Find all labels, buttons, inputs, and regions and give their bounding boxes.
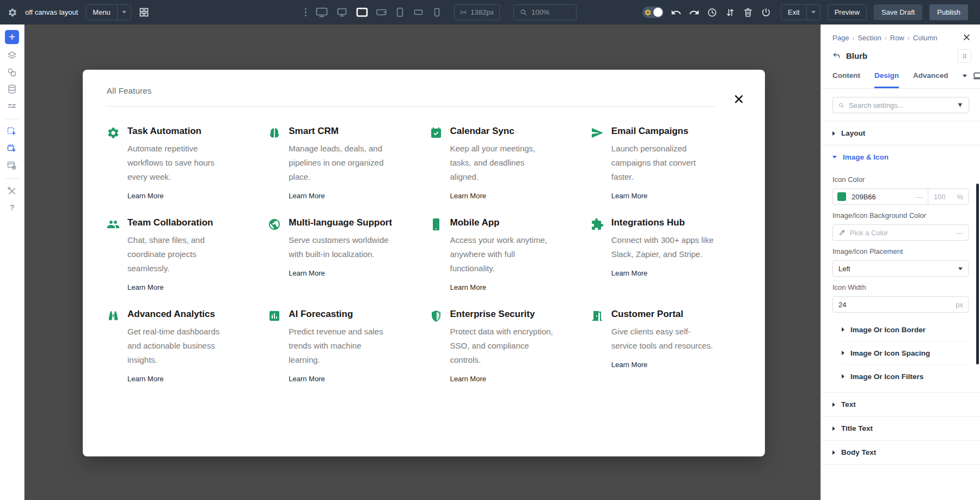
modal-close-icon[interactable] <box>733 94 744 105</box>
add-module-button[interactable]: + <box>5 30 19 44</box>
menu-dropdown[interactable]: Menu <box>85 4 131 20</box>
preview-label: Preview <box>828 8 866 16</box>
device-desktop-icon[interactable] <box>335 6 348 19</box>
viewport-width-value[interactable]: 1382px <box>470 8 494 16</box>
learn-more-link[interactable]: Learn More <box>611 192 647 200</box>
learn-more-link[interactable]: Learn More <box>611 269 647 277</box>
breadcrumb-row[interactable]: Row <box>890 34 904 42</box>
database-icon[interactable] <box>7 84 17 95</box>
learn-more-link[interactable]: Learn More <box>127 283 163 291</box>
feature-blurb: Enterprise Security Protect data with en… <box>430 309 580 383</box>
breadcrumb-column[interactable]: Column <box>913 34 938 42</box>
tools-icon[interactable] <box>7 186 17 197</box>
learn-more-link[interactable]: Learn More <box>450 375 486 383</box>
bg-color-input[interactable]: Pick a Color — <box>832 224 969 241</box>
power-icon[interactable] <box>761 7 771 18</box>
breadcrumb-page[interactable]: Page <box>832 34 849 42</box>
learn-more-link[interactable]: Learn More <box>289 375 324 383</box>
feature-title: Multi-language Support <box>289 217 393 228</box>
feature-description: Protect data with encryption, SSO, and c… <box>450 325 555 367</box>
color-swatch[interactable] <box>837 192 846 201</box>
tab-content[interactable]: Content <box>832 71 860 88</box>
redo-icon[interactable] <box>689 7 700 18</box>
icon-width-input[interactable]: 24 px <box>832 296 969 313</box>
zoom-value[interactable]: 100% <box>531 8 549 16</box>
device-phone-landscape-icon[interactable] <box>413 7 424 18</box>
learn-more-link[interactable]: Learn More <box>450 283 486 291</box>
door-icon <box>591 309 604 322</box>
feature-description: Connect with 300+ apps like Slack, Zapie… <box>611 233 716 261</box>
exit-caret-icon[interactable] <box>806 5 820 20</box>
color-reset[interactable]: — <box>915 193 922 201</box>
portability-arrows-icon[interactable] <box>725 7 736 18</box>
grid-view-icon[interactable] <box>139 7 149 17</box>
binoculars-icon <box>107 309 120 322</box>
device-phone-portrait-icon[interactable] <box>431 7 443 18</box>
back-arrow-icon[interactable] <box>832 52 841 60</box>
tab-design[interactable]: Design <box>874 71 899 88</box>
filter-funnel-icon[interactable] <box>957 102 964 109</box>
panel-scrollbar[interactable] <box>976 184 979 364</box>
responsive-device-icon[interactable] <box>972 71 980 81</box>
group-image-icon-border[interactable]: Image Or Icon Border <box>832 318 969 341</box>
help-icon[interactable]: ? <box>9 203 14 212</box>
group-text[interactable]: Text <box>821 393 980 416</box>
save-draft-button[interactable]: Save Draft <box>874 4 922 20</box>
zoom-input[interactable]: 100% <box>513 4 577 20</box>
placement-select[interactable]: Left <box>832 260 969 277</box>
shapes-icon[interactable] <box>7 67 17 78</box>
responsive-caret-icon[interactable] <box>963 75 967 77</box>
tab-advanced[interactable]: Advanced <box>913 71 948 88</box>
settings-gear-icon[interactable] <box>8 8 17 17</box>
feature-blurb: Team Collaboration Chat, share files, an… <box>107 217 257 292</box>
group-title-text[interactable]: Title Text <box>821 417 980 440</box>
layers-icon[interactable] <box>7 50 17 61</box>
learn-more-link[interactable]: Learn More <box>127 192 163 200</box>
publish-button[interactable]: Publish <box>929 4 968 20</box>
icon-width-value[interactable]: 24 <box>838 301 846 309</box>
preview-window-icon[interactable] <box>7 160 17 171</box>
feature-title: Team Collaboration <box>127 217 232 228</box>
insert-module-icon[interactable] <box>7 126 17 137</box>
group-image-icon-spacing[interactable]: Image Or Icon Spacing <box>832 342 969 364</box>
group-body-text[interactable]: Body Text <box>821 441 980 464</box>
panel-close-icon[interactable] <box>963 33 971 41</box>
learn-more-link[interactable]: Learn More <box>127 375 163 383</box>
caret-right-icon <box>832 131 835 136</box>
device-laptop-icon[interactable] <box>356 6 369 19</box>
bg-color-reset[interactable]: — <box>955 229 963 237</box>
device-desktop-xl-icon[interactable] <box>315 6 328 19</box>
icon-color-value[interactable]: 209B66 <box>852 193 876 201</box>
group-image-icon[interactable]: Image & Icon <box>821 145 980 169</box>
learn-more-link[interactable]: Learn More <box>611 361 647 369</box>
breadcrumb-section[interactable]: Section <box>857 34 881 42</box>
opacity-input[interactable]: 100 % <box>928 189 968 204</box>
dock-settings-button[interactable] <box>958 49 971 63</box>
trash-icon[interactable] <box>743 7 754 18</box>
menu-caret-icon[interactable] <box>117 5 131 20</box>
viewport-width-input[interactable]: 1382px <box>454 4 500 20</box>
group-image-icon-filters[interactable]: Image Or Icon Filters <box>832 365 969 388</box>
learn-more-link[interactable]: Learn More <box>450 192 486 200</box>
search-input[interactable] <box>849 101 953 109</box>
eyedropper-icon[interactable] <box>838 229 846 236</box>
drag-handle-icon[interactable] <box>305 8 307 16</box>
feature-blurb: Calendar Sync Keep all your meetings, ta… <box>430 126 580 200</box>
icon-color-input[interactable]: 209B66 — 100 % <box>832 188 969 205</box>
team-icon <box>107 218 120 231</box>
feature-blurb: Smart CRM Manage leads, deals, and pipel… <box>268 126 418 200</box>
learn-more-link[interactable]: Learn More <box>289 192 324 200</box>
builder-mode-toggle[interactable] <box>642 7 664 18</box>
toggle-knob[interactable] <box>653 8 663 17</box>
wireframe-icon[interactable] <box>7 101 17 112</box>
settings-search[interactable] <box>832 97 969 113</box>
exit-button[interactable]: Exit <box>781 4 820 20</box>
insert-row-icon[interactable] <box>7 143 17 154</box>
history-icon[interactable] <box>707 7 718 18</box>
device-tablet-portrait-icon[interactable] <box>394 7 406 18</box>
preview-button[interactable]: Preview <box>828 4 867 20</box>
group-layout[interactable]: Layout <box>821 121 980 145</box>
learn-more-link[interactable]: Learn More <box>289 269 324 277</box>
undo-icon[interactable] <box>671 7 682 18</box>
device-tablet-landscape-icon[interactable] <box>376 7 387 18</box>
